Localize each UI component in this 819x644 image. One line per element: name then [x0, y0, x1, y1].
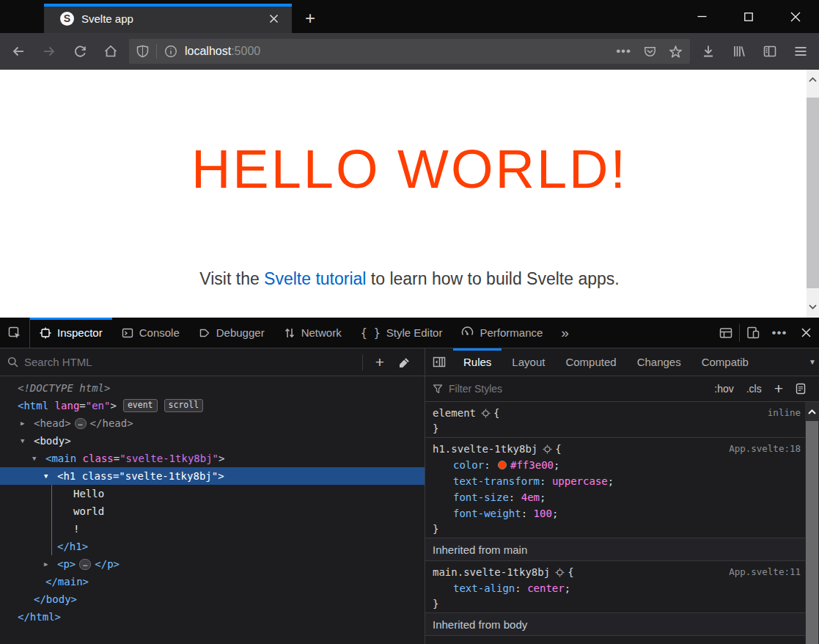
back-icon[interactable]: [7, 40, 29, 62]
site-info-icon[interactable]: [164, 45, 177, 58]
expand-twisty-icon[interactable]: ▶: [21, 420, 34, 427]
tab-network[interactable]: Network: [274, 318, 351, 348]
reload-icon[interactable]: [69, 40, 91, 62]
css-declaration[interactable]: font-size: 4em;: [425, 489, 805, 505]
markup-node[interactable]: world: [0, 502, 425, 520]
tab-style-editor[interactable]: { } Style Editor: [351, 318, 452, 348]
rule-selector-line[interactable]: h1.svelte-1tky8bj{App.svelte:18: [425, 441, 805, 457]
print-media-icon[interactable]: [796, 383, 806, 395]
rule-selector[interactable]: element: [433, 405, 476, 421]
markup-node[interactable]: <html lang="en">eventscroll: [0, 397, 425, 414]
svelte-tutorial-link[interactable]: Svelte tutorial: [264, 269, 366, 288]
rules-scroll-up-icon[interactable]: [805, 402, 819, 421]
markup-node[interactable]: ▼<main class="svelte-1tky8bj">: [0, 450, 425, 467]
collapse-sidebar-icon[interactable]: [425, 348, 453, 376]
markup-node[interactable]: </h1>: [0, 538, 425, 555]
eyedropper-icon[interactable]: [392, 350, 417, 375]
filter-styles-input[interactable]: [449, 383, 573, 395]
more-tabs-icon[interactable]: »: [552, 325, 578, 341]
menu-hamburger-icon[interactable]: [790, 40, 812, 62]
highlight-matches-target-icon[interactable]: [555, 568, 565, 577]
library-icon[interactable]: [728, 40, 750, 62]
browser-tab[interactable]: S Svelte app: [44, 4, 292, 33]
sidebar-tabs-overflow-icon[interactable]: ▼: [809, 358, 816, 366]
collapsed-ellipsis-badge[interactable]: …: [79, 559, 91, 570]
css-declaration[interactable]: text-align: center;: [425, 580, 805, 596]
markup-node[interactable]: </body>: [0, 590, 425, 608]
stylesheet-source-link[interactable]: inline: [768, 405, 801, 421]
tracking-shield-icon[interactable]: [136, 45, 149, 58]
forward-icon[interactable]: [38, 40, 60, 62]
tab-layout[interactable]: Layout: [502, 348, 555, 376]
downloads-icon[interactable]: [697, 40, 719, 62]
tab-close-icon[interactable]: [264, 9, 283, 28]
expand-twisty-icon[interactable]: ▼: [21, 437, 34, 444]
rule-selector-line[interactable]: element{inline: [425, 405, 805, 421]
expand-twisty-icon[interactable]: ▶: [44, 560, 57, 568]
tab-compatibility[interactable]: Compatib: [691, 348, 750, 376]
markup-node[interactable]: <!DOCTYPE html>: [0, 379, 425, 397]
class-toggle[interactable]: .cls: [746, 383, 762, 395]
home-icon[interactable]: [100, 40, 122, 62]
split-console-icon[interactable]: [713, 318, 739, 348]
event-badge[interactable]: event: [123, 399, 158, 412]
collapsed-ellipsis-badge[interactable]: …: [75, 418, 87, 429]
rule-selector-line[interactable]: main.svelte-1tky8bj{App.svelte:11: [425, 564, 805, 580]
maximize-button[interactable]: [725, 0, 772, 33]
scroll-badge[interactable]: scroll: [164, 399, 204, 412]
markup-node[interactable]: ▼<body>: [0, 432, 425, 450]
stylesheet-source-link[interactable]: App.svelte:11: [729, 564, 801, 580]
markup-node[interactable]: </main>: [0, 573, 425, 590]
rule-selector[interactable]: h1.svelte-1tky8bj: [433, 441, 537, 457]
tab-debugger[interactable]: Debugger: [189, 318, 274, 348]
rules-scrollbar[interactable]: [805, 402, 819, 644]
markup-node[interactable]: Hello: [0, 485, 425, 502]
markup-token: =: [79, 400, 85, 411]
url-bar[interactable]: localhost:5000 •••: [129, 39, 690, 64]
close-window-button[interactable]: [772, 0, 819, 33]
color-swatch[interactable]: [498, 461, 507, 469]
page-scrollbar[interactable]: [807, 70, 819, 318]
tab-rules[interactable]: Rules: [453, 348, 502, 376]
devtools-close-icon[interactable]: [793, 318, 819, 348]
minimize-button[interactable]: [678, 0, 725, 33]
rules-scrollbar-thumb[interactable]: [806, 421, 818, 644]
tab-computed[interactable]: Computed: [555, 348, 626, 376]
console-icon: [122, 327, 133, 339]
tab-console[interactable]: Console: [112, 318, 189, 348]
pseudo-class-toggle[interactable]: :hov: [714, 383, 733, 395]
tab-performance[interactable]: Performance: [452, 318, 552, 348]
search-html-input[interactable]: [24, 356, 358, 368]
scroll-up-icon[interactable]: [807, 70, 819, 89]
bookmark-star-icon[interactable]: [669, 45, 683, 59]
url-text[interactable]: localhost:5000: [185, 45, 260, 58]
page-scrollbar-thumb[interactable]: [807, 98, 819, 288]
rule-selector[interactable]: main.svelte-1tky8bj: [433, 564, 550, 580]
expand-twisty-icon[interactable]: ▼: [32, 455, 45, 462]
css-declaration[interactable]: font-weight: 100;: [425, 505, 805, 522]
markup-token: <html: [18, 400, 48, 411]
tab-changes[interactable]: Changes: [627, 348, 691, 376]
css-declaration[interactable]: color: #ff3e00;: [425, 457, 805, 473]
add-rule-button[interactable]: +: [774, 380, 783, 398]
markup-node[interactable]: ▶<p>…</p>: [0, 555, 425, 573]
expand-twisty-icon[interactable]: ▼: [44, 472, 57, 480]
responsive-design-icon[interactable]: [740, 318, 766, 348]
page-actions-icon[interactable]: •••: [616, 48, 631, 55]
markup-node[interactable]: ▼<h1 class="svelte-1tky8bj">: [0, 467, 425, 485]
scroll-down-icon[interactable]: [807, 297, 819, 316]
sidebar-toggle-icon[interactable]: [759, 40, 781, 62]
markup-node[interactable]: !: [0, 520, 425, 538]
tab-inspector[interactable]: Inspector: [30, 318, 112, 348]
markup-node[interactable]: </html>: [0, 608, 425, 626]
markup-node[interactable]: ▶<head>…</head>: [0, 414, 425, 432]
css-declaration[interactable]: text-transform: uppercase;: [425, 473, 805, 489]
element-picker-icon[interactable]: [0, 318, 29, 348]
highlight-matches-target-icon[interactable]: [543, 444, 552, 454]
new-tab-button[interactable]: +: [299, 7, 321, 29]
highlight-matches-target-icon[interactable]: [481, 409, 491, 418]
stylesheet-source-link[interactable]: App.svelte:18: [729, 441, 801, 457]
devtools-menu-icon[interactable]: •••: [766, 318, 793, 348]
pocket-icon[interactable]: [643, 45, 657, 59]
add-node-button[interactable]: +: [367, 350, 392, 375]
